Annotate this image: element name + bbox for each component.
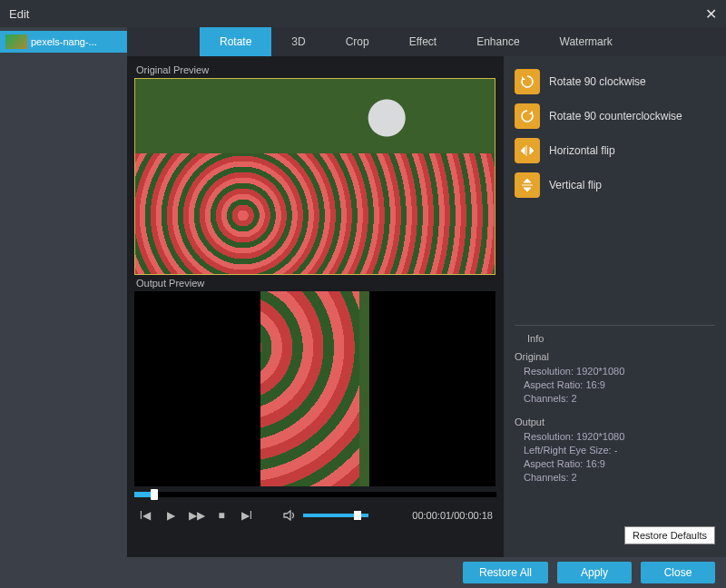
window-title: Edit [9, 7, 29, 21]
close-icon[interactable]: ✕ [705, 5, 717, 23]
info-output-eye: Left/Right Eye Size: - [524, 445, 715, 456]
hflip-label: Horizontal flip [549, 144, 615, 157]
file-thumb-icon [5, 34, 27, 49]
rotate-ccw-label: Rotate 90 counterclockwise [549, 110, 682, 122]
rotate-cw-button[interactable]: Rotate 90 clockwise [515, 69, 715, 94]
preview-column: Original Preview Output Preview [127, 56, 504, 557]
time-display: 00:00:01/00:00:18 [412, 510, 493, 521]
original-preview-image [135, 79, 495, 274]
original-preview[interactable] [134, 78, 495, 275]
output-preview-image [260, 291, 369, 486]
play-icon[interactable]: ▶ [163, 509, 178, 522]
hflip-icon [515, 138, 540, 163]
info-output-aspect: Aspect Ratio: 16:9 [524, 458, 715, 469]
footer: Restore All Apply Close [127, 557, 726, 588]
tab-3d[interactable]: 3D [271, 27, 325, 56]
info-output-header: Output [515, 416, 715, 427]
next-frame-icon[interactable]: ▶I [240, 509, 254, 522]
seek-bar[interactable] [134, 492, 496, 497]
original-preview-label: Original Preview [134, 62, 496, 78]
info-original-resolution: Resolution: 1920*1080 [524, 366, 715, 377]
titlebar: Edit ✕ [0, 0, 726, 27]
tabs: Rotate 3D Crop Effect Enhance Watermark [127, 27, 726, 56]
tab-rotate[interactable]: Rotate [200, 27, 271, 56]
output-preview[interactable] [134, 291, 495, 486]
info-header: Info [527, 333, 715, 344]
output-preview-label: Output Preview [134, 275, 496, 291]
info-panel: Info Original Resolution: 1920*1080 Aspe… [515, 325, 715, 485]
vflip-icon [515, 172, 540, 198]
info-output-channels: Channels: 2 [524, 472, 715, 483]
apply-button[interactable]: Apply [557, 562, 632, 583]
rotate-cw-icon [515, 69, 540, 94]
info-original-aspect: Aspect Ratio: 16:9 [524, 379, 715, 390]
info-original-channels: Channels: 2 [524, 393, 715, 404]
prev-frame-icon[interactable]: I◀ [138, 509, 152, 522]
restore-all-button[interactable]: Restore All [463, 562, 548, 583]
sidebar: pexels-nang-... [0, 27, 127, 588]
body: pexels-nang-... Rotate 3D Crop Effect En… [0, 27, 726, 588]
hflip-button[interactable]: Horizontal flip [515, 138, 715, 163]
tab-watermark[interactable]: Watermark [540, 27, 633, 56]
edit-window: Edit ✕ pexels-nang-... Rotate 3D Crop Ef… [0, 0, 726, 588]
tab-crop[interactable]: Crop [326, 27, 389, 56]
rotate-ccw-icon [515, 103, 540, 129]
rotate-cw-label: Rotate 90 clockwise [549, 75, 646, 88]
volume-knob[interactable] [354, 511, 361, 520]
fast-forward-icon[interactable]: ▶▶ [189, 509, 203, 522]
main: Rotate 3D Crop Effect Enhance Watermark … [127, 27, 726, 588]
volume-control [283, 510, 368, 521]
file-label: pexels-nang-... [31, 36, 97, 47]
tab-enhance[interactable]: Enhance [456, 27, 539, 56]
right-panel: Rotate 90 clockwise Rotate 90 counterclo… [504, 56, 726, 557]
stop-icon[interactable]: ■ [214, 509, 229, 522]
vflip-button[interactable]: Vertical flip [515, 172, 715, 198]
info-output-resolution: Resolution: 1920*1080 [524, 431, 715, 442]
tab-effect[interactable]: Effect [389, 27, 456, 56]
file-item[interactable]: pexels-nang-... [0, 31, 127, 53]
vflip-label: Vertical flip [549, 179, 602, 191]
rotate-ccw-button[interactable]: Rotate 90 counterclockwise [515, 103, 715, 129]
playback-controls: I◀ ▶ ▶▶ ■ ▶I 00:00:0 [134, 501, 496, 530]
info-original-header: Original [515, 351, 715, 362]
volume-icon[interactable] [283, 510, 298, 521]
content: Original Preview Output Preview [127, 56, 726, 557]
seek-knob[interactable] [151, 489, 158, 500]
close-button[interactable]: Close [641, 562, 715, 583]
volume-slider[interactable] [303, 514, 368, 517]
restore-defaults-button[interactable]: Restore Defaults [624, 526, 715, 544]
